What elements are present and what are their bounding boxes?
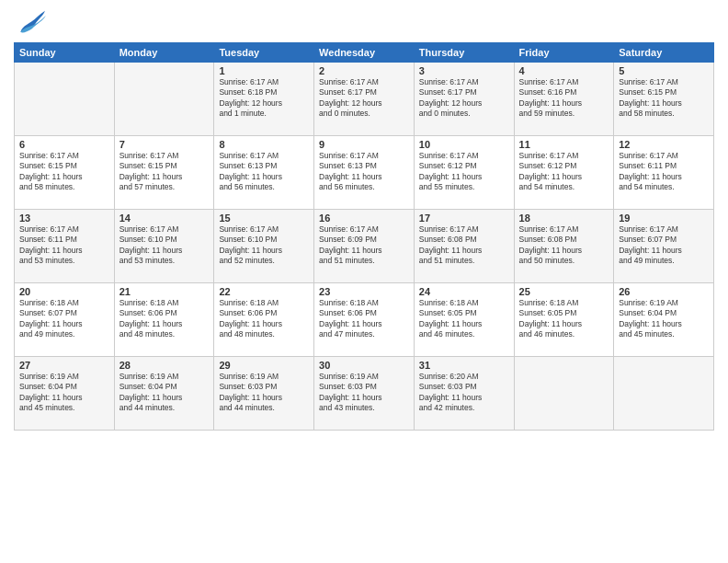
calendar-week-row: 1Sunrise: 6:17 AM Sunset: 6:18 PM Daylig… bbox=[15, 63, 714, 136]
day-info: Sunrise: 6:17 AM Sunset: 6:12 PM Dayligh… bbox=[419, 151, 509, 193]
table-row: 30Sunrise: 6:19 AM Sunset: 6:03 PM Dayli… bbox=[314, 357, 415, 431]
table-row: 6Sunrise: 6:17 AM Sunset: 6:15 PM Daylig… bbox=[15, 136, 115, 210]
table-row bbox=[514, 357, 614, 431]
day-info: Sunrise: 6:17 AM Sunset: 6:17 PM Dayligh… bbox=[419, 77, 509, 120]
day-number: 21 bbox=[119, 286, 210, 297]
day-number: 31 bbox=[419, 360, 509, 371]
col-wednesday: Wednesday bbox=[314, 43, 415, 63]
day-info: Sunrise: 6:17 AM Sunset: 6:15 PM Dayligh… bbox=[619, 77, 709, 120]
day-info: Sunrise: 6:17 AM Sunset: 6:10 PM Dayligh… bbox=[219, 224, 309, 267]
day-number: 17 bbox=[419, 213, 509, 224]
day-info: Sunrise: 6:18 AM Sunset: 6:06 PM Dayligh… bbox=[319, 298, 409, 340]
table-row: 17Sunrise: 6:17 AM Sunset: 6:08 PM Dayli… bbox=[414, 210, 514, 283]
calendar-body: 1Sunrise: 6:17 AM Sunset: 6:18 PM Daylig… bbox=[15, 63, 714, 431]
day-number: 27 bbox=[19, 360, 109, 371]
page: Sunday Monday Tuesday Wednesday Thursday… bbox=[0, 0, 728, 563]
day-info: Sunrise: 6:18 AM Sunset: 6:06 PM Dayligh… bbox=[219, 298, 309, 340]
table-row: 4Sunrise: 6:17 AM Sunset: 6:16 PM Daylig… bbox=[514, 63, 614, 136]
col-monday: Monday bbox=[114, 43, 214, 63]
table-row: 5Sunrise: 6:17 AM Sunset: 6:15 PM Daylig… bbox=[614, 63, 714, 136]
header bbox=[14, 9, 714, 37]
day-number: 28 bbox=[119, 360, 210, 371]
day-info: Sunrise: 6:17 AM Sunset: 6:08 PM Dayligh… bbox=[419, 224, 509, 267]
col-friday: Friday bbox=[514, 43, 614, 63]
table-row: 22Sunrise: 6:18 AM Sunset: 6:06 PM Dayli… bbox=[214, 283, 314, 357]
table-row: 28Sunrise: 6:19 AM Sunset: 6:04 PM Dayli… bbox=[114, 357, 214, 431]
day-info: Sunrise: 6:17 AM Sunset: 6:10 PM Dayligh… bbox=[119, 224, 210, 267]
day-number: 15 bbox=[219, 213, 309, 224]
calendar-week-row: 27Sunrise: 6:19 AM Sunset: 6:04 PM Dayli… bbox=[15, 357, 714, 431]
day-number: 12 bbox=[619, 139, 709, 150]
day-number: 30 bbox=[319, 360, 409, 371]
day-info: Sunrise: 6:19 AM Sunset: 6:03 PM Dayligh… bbox=[319, 372, 409, 414]
day-number: 29 bbox=[219, 360, 309, 371]
day-number: 16 bbox=[319, 213, 409, 224]
day-number: 19 bbox=[619, 213, 709, 224]
table-row: 21Sunrise: 6:18 AM Sunset: 6:06 PM Dayli… bbox=[114, 283, 214, 357]
logo-icon bbox=[14, 9, 47, 37]
table-row: 1Sunrise: 6:17 AM Sunset: 6:18 PM Daylig… bbox=[214, 63, 314, 136]
day-number: 7 bbox=[119, 139, 210, 150]
day-info: Sunrise: 6:17 AM Sunset: 6:08 PM Dayligh… bbox=[519, 224, 609, 267]
col-thursday: Thursday bbox=[414, 43, 514, 63]
table-row: 20Sunrise: 6:18 AM Sunset: 6:07 PM Dayli… bbox=[15, 283, 115, 357]
table-row: 10Sunrise: 6:17 AM Sunset: 6:12 PM Dayli… bbox=[414, 136, 514, 210]
calendar-week-row: 6Sunrise: 6:17 AM Sunset: 6:15 PM Daylig… bbox=[15, 136, 714, 210]
table-row: 3Sunrise: 6:17 AM Sunset: 6:17 PM Daylig… bbox=[414, 63, 514, 136]
day-info: Sunrise: 6:17 AM Sunset: 6:17 PM Dayligh… bbox=[319, 77, 409, 120]
day-info: Sunrise: 6:19 AM Sunset: 6:03 PM Dayligh… bbox=[219, 372, 309, 414]
day-number: 22 bbox=[219, 286, 309, 297]
day-info: Sunrise: 6:20 AM Sunset: 6:03 PM Dayligh… bbox=[419, 372, 509, 414]
day-info: Sunrise: 6:17 AM Sunset: 6:16 PM Dayligh… bbox=[519, 77, 609, 120]
table-row: 2Sunrise: 6:17 AM Sunset: 6:17 PM Daylig… bbox=[314, 63, 415, 136]
day-number: 11 bbox=[519, 139, 609, 150]
table-row: 8Sunrise: 6:17 AM Sunset: 6:13 PM Daylig… bbox=[214, 136, 314, 210]
calendar-week-row: 20Sunrise: 6:18 AM Sunset: 6:07 PM Dayli… bbox=[15, 283, 714, 357]
day-number: 3 bbox=[419, 65, 509, 76]
table-row: 24Sunrise: 6:18 AM Sunset: 6:05 PM Dayli… bbox=[414, 283, 514, 357]
table-row: 26Sunrise: 6:19 AM Sunset: 6:04 PM Dayli… bbox=[614, 283, 714, 357]
table-row: 19Sunrise: 6:17 AM Sunset: 6:07 PM Dayli… bbox=[614, 210, 714, 283]
table-row: 27Sunrise: 6:19 AM Sunset: 6:04 PM Dayli… bbox=[15, 357, 115, 431]
table-row: 14Sunrise: 6:17 AM Sunset: 6:10 PM Dayli… bbox=[114, 210, 214, 283]
table-row: 7Sunrise: 6:17 AM Sunset: 6:15 PM Daylig… bbox=[114, 136, 214, 210]
day-info: Sunrise: 6:18 AM Sunset: 6:05 PM Dayligh… bbox=[419, 298, 509, 340]
day-info: Sunrise: 6:17 AM Sunset: 6:11 PM Dayligh… bbox=[19, 224, 109, 267]
table-row: 12Sunrise: 6:17 AM Sunset: 6:11 PM Dayli… bbox=[614, 136, 714, 210]
col-saturday: Saturday bbox=[614, 43, 714, 63]
day-number: 4 bbox=[519, 65, 609, 76]
table-row: 31Sunrise: 6:20 AM Sunset: 6:03 PM Dayli… bbox=[414, 357, 514, 431]
day-info: Sunrise: 6:17 AM Sunset: 6:11 PM Dayligh… bbox=[619, 151, 709, 193]
day-info: Sunrise: 6:17 AM Sunset: 6:13 PM Dayligh… bbox=[219, 151, 309, 193]
day-info: Sunrise: 6:18 AM Sunset: 6:06 PM Dayligh… bbox=[119, 298, 210, 340]
day-info: Sunrise: 6:19 AM Sunset: 6:04 PM Dayligh… bbox=[19, 372, 109, 414]
table-row: 9Sunrise: 6:17 AM Sunset: 6:13 PM Daylig… bbox=[314, 136, 415, 210]
header-row: Sunday Monday Tuesday Wednesday Thursday… bbox=[15, 43, 714, 63]
day-number: 9 bbox=[319, 139, 409, 150]
table-row: 25Sunrise: 6:18 AM Sunset: 6:05 PM Dayli… bbox=[514, 283, 614, 357]
day-number: 25 bbox=[519, 286, 609, 297]
logo bbox=[14, 9, 49, 37]
day-number: 1 bbox=[219, 65, 309, 76]
table-row: 29Sunrise: 6:19 AM Sunset: 6:03 PM Dayli… bbox=[214, 357, 314, 431]
day-number: 2 bbox=[319, 65, 409, 76]
day-number: 14 bbox=[119, 213, 210, 224]
day-info: Sunrise: 6:17 AM Sunset: 6:15 PM Dayligh… bbox=[119, 151, 210, 193]
day-info: Sunrise: 6:19 AM Sunset: 6:04 PM Dayligh… bbox=[619, 298, 709, 340]
col-tuesday: Tuesday bbox=[214, 43, 314, 63]
calendar-week-row: 13Sunrise: 6:17 AM Sunset: 6:11 PM Dayli… bbox=[15, 210, 714, 283]
table-row: 18Sunrise: 6:17 AM Sunset: 6:08 PM Dayli… bbox=[514, 210, 614, 283]
day-info: Sunrise: 6:17 AM Sunset: 6:18 PM Dayligh… bbox=[219, 77, 309, 120]
day-info: Sunrise: 6:18 AM Sunset: 6:05 PM Dayligh… bbox=[519, 298, 609, 340]
col-sunday: Sunday bbox=[15, 43, 115, 63]
table-row: 11Sunrise: 6:17 AM Sunset: 6:12 PM Dayli… bbox=[514, 136, 614, 210]
day-number: 10 bbox=[419, 139, 509, 150]
table-row: 16Sunrise: 6:17 AM Sunset: 6:09 PM Dayli… bbox=[314, 210, 415, 283]
day-info: Sunrise: 6:17 AM Sunset: 6:09 PM Dayligh… bbox=[319, 224, 409, 267]
table-row: 13Sunrise: 6:17 AM Sunset: 6:11 PM Dayli… bbox=[15, 210, 115, 283]
table-row bbox=[114, 63, 214, 136]
day-info: Sunrise: 6:17 AM Sunset: 6:15 PM Dayligh… bbox=[19, 151, 109, 193]
table-row: 23Sunrise: 6:18 AM Sunset: 6:06 PM Dayli… bbox=[314, 283, 415, 357]
day-number: 24 bbox=[419, 286, 509, 297]
table-row bbox=[614, 357, 714, 431]
